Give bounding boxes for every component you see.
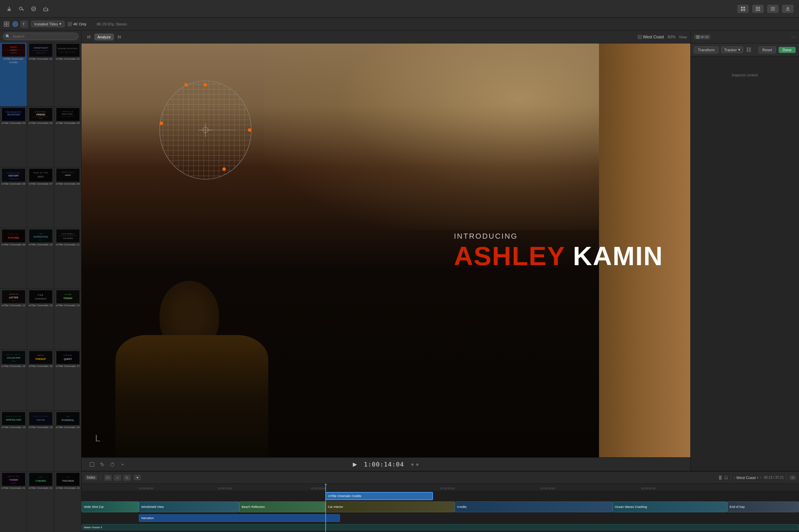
clip-icon[interactable] [104, 475, 112, 481]
video-clip[interactable]: Credits [455, 501, 613, 512]
media-icon[interactable] [12, 20, 19, 28]
list-item[interactable]: THE ETHEREAL mTitle Cinematic 20 [54, 411, 81, 471]
preview-container[interactable]: INTRODUCING ASHLEY KAMIN L [81, 43, 690, 457]
analyze-button[interactable]: Analyze [94, 34, 114, 40]
export-icon[interactable] [782, 5, 794, 13]
video-clip[interactable]: End of Day [727, 501, 799, 512]
check-circle-icon[interactable] [30, 5, 37, 13]
rewind-icon[interactable] [85, 33, 92, 41]
library-icon[interactable] [3, 20, 10, 28]
next-icon[interactable]: › [794, 35, 796, 39]
list-item[interactable]: SUNKEN MYSTERY DOCUMENTARY mTitle Cinema… [54, 42, 81, 106]
rotate-icon[interactable] [109, 461, 116, 468]
list-item[interactable]: UNEXPECTED LETTER a film by mTitle Cinem… [0, 289, 27, 349]
svg-rect-3 [743, 7, 745, 8]
title-clip[interactable]: mTitle Cinematic Credits [325, 492, 433, 500]
list-item[interactable]: BASED ON A TRUE STORY... · · · mTitle Ci… [54, 107, 81, 167]
list-item[interactable]: RISE OF THE MIND mTitle Cinematic 07 [27, 167, 54, 228]
chevron-down-icon[interactable] [119, 461, 126, 468]
blade-icon[interactable] [114, 475, 121, 481]
grid-view-icon[interactable] [737, 5, 749, 13]
key-icon[interactable] [18, 5, 25, 13]
list-item[interactable]: A TRUTHFUL FRIEND DRAMA mTitle Cinematic… [27, 107, 54, 167]
svg-text:THE: THE [66, 416, 70, 417]
titles-dropdown[interactable]: Installed Titles ▾ [31, 21, 65, 27]
svg-text:LADY OF THE: LADY OF THE [8, 476, 19, 477]
done-button[interactable]: Done [779, 47, 796, 53]
download-icon[interactable] [5, 5, 13, 13]
svg-text:premium: premium [12, 361, 16, 362]
person-body [115, 335, 268, 457]
project-dropdown[interactable]: ‹ West Coast ▾ › [734, 476, 761, 480]
4k-only-checkbox[interactable]: ✓ 4K Only [68, 22, 87, 26]
crop-icon[interactable] [98, 461, 106, 468]
play-button[interactable]: ▶ [353, 461, 357, 467]
list-item[interactable]: UNKNOWABLE THE SERIES mTitle Cinematic 1… [54, 228, 81, 289]
list-item[interactable]: LADY OF THE TOWER a miniseries mTitle Ci… [0, 472, 27, 532]
waveform-icon[interactable] [789, 475, 796, 480]
svg-text:FUTURE: FUTURE [8, 236, 19, 239]
list-view-icon[interactable] [767, 5, 779, 13]
list-item[interactable]: THE DARKNESS mTitle Cinematic 13 [27, 289, 54, 349]
list-item[interactable]: REWRITING HISTORY documentary series mTi… [0, 167, 27, 228]
svg-rect-8 [759, 7, 760, 8]
svg-rect-34 [56, 44, 79, 57]
tracker-dropdown[interactable]: Tracker ▾ [721, 47, 743, 53]
svg-text:BASED ON A: BASED ON A [62, 111, 73, 112]
transform-button[interactable]: Transform [694, 47, 719, 53]
svg-text:MTITLE: MTITLE [10, 46, 17, 48]
fast-forward-icon[interactable] [116, 33, 123, 41]
svg-text:THE MAJESTIC: THE MAJESTIC [5, 111, 21, 113]
list-item[interactable]: IDENTITY OF A HERO · · · · · mTitle Cine… [54, 167, 81, 228]
svg-text:TARGET: TARGET [37, 354, 44, 356]
list-item[interactable]: TARGET PURSUIT mTitle Cinematic 16 [27, 350, 54, 410]
reset-button[interactable]: Reset [759, 47, 776, 53]
grid-small-icon[interactable] [752, 5, 764, 13]
link-chain-icon[interactable]: ⛓ [746, 47, 751, 53]
audio-icon [701, 35, 704, 39]
video-clip[interactable]: Ocean Waves Crashing [613, 501, 727, 512]
zoom-label: View [679, 35, 687, 39]
zoom-timeline-icon[interactable] [123, 475, 131, 481]
ambient-clip[interactable]: Water Ocean 3 [81, 524, 799, 530]
search-input[interactable] [3, 33, 78, 40]
search-icon: 🔍 [5, 34, 10, 39]
svg-text:UNEXPECTED: UNEXPECTED [9, 293, 18, 295]
titles-icon[interactable]: T [20, 20, 28, 28]
list-item[interactable]: SECRETS OF THE MARSHLAND mTitle Cinemati… [0, 411, 27, 471]
inspector-left-controls [694, 35, 710, 39]
svg-text:THE: THE [38, 294, 44, 296]
svg-text:CINEMA: CINEMA [64, 294, 72, 295]
playhead[interactable] [325, 484, 326, 532]
list-item[interactable]: LOST IN FUTURE mTitle Cinematic 09 [0, 228, 27, 289]
chevron-down-icon[interactable]: ▾ [757, 476, 759, 479]
timeline-tabs: Index [85, 475, 97, 480]
next-project-icon[interactable]: › [760, 476, 761, 479]
headphones-icon[interactable]: 🎧 [724, 476, 728, 479]
svg-text:LOST IN: LOST IN [8, 233, 19, 235]
list-item[interactable]: — WHITE ONYX — COLLECTION premium mTitle… [0, 350, 27, 410]
prev-project-icon[interactable]: ‹ [734, 476, 735, 479]
tab-index[interactable]: Index [85, 475, 97, 480]
list-item[interactable]: CINEMA TODAY mTitle Cinematic 14 [54, 289, 81, 349]
prev-icon[interactable]: ‹ [792, 35, 793, 39]
svg-rect-109 [56, 473, 79, 486]
video-clip[interactable]: Beach Reflection [239, 501, 326, 512]
zoom-icon[interactable] [88, 461, 96, 468]
list-item[interactable]: THE THEOREM mTitle Cinematic 23 [54, 472, 81, 532]
video-clip[interactable]: Car Interior [325, 501, 454, 512]
corner-marker: L [95, 433, 101, 444]
list-item[interactable]: MTITLE CINEMATIC CREDITS mTitle Cinemati… [0, 42, 27, 106]
timeline-sort-dropdown[interactable]: ▾ [134, 475, 141, 480]
list-item[interactable]: CONCEPTUALIST subtitle text here mTitle … [27, 42, 54, 106]
video-clip[interactable]: Windshield View [139, 501, 239, 512]
share-icon[interactable] [42, 5, 50, 13]
list-item[interactable]: SPACE EXPLORER EXP-542 mTitle Cinematic … [27, 411, 54, 471]
list-item[interactable]: TIME EXPEDITION season 2 mTitle Cinemati… [27, 228, 54, 289]
narration-clip[interactable]: Narration [139, 514, 340, 522]
list-item[interactable]: STELLAR QUEST mTitle Cinematic 17 [54, 350, 81, 410]
list-item[interactable]: THE MAJESTIC MOUNTAIN · · · mTitle Cinem… [0, 107, 27, 167]
video-clip[interactable]: Wide Shot Car [81, 501, 139, 512]
list-item[interactable]: LAST CYBORG mTitle Cinematic 22 [27, 472, 54, 532]
title-overlay: INTRODUCING ASHLEY KAMIN [454, 232, 663, 269]
